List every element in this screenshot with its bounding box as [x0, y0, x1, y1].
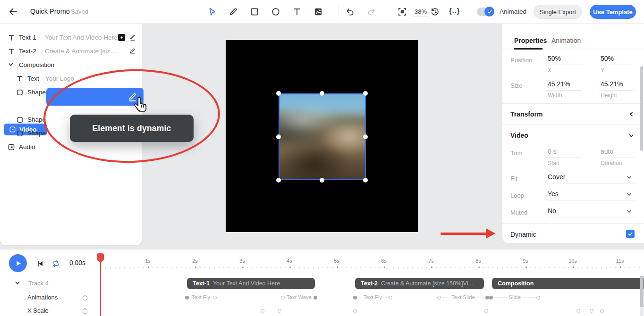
keyframe-dot[interactable]: [485, 296, 489, 299]
x-scale-marker[interactable]: [578, 307, 602, 315]
resize-handle-e[interactable]: [363, 134, 368, 139]
code-icon[interactable]: {..}: [449, 7, 460, 15]
keyframe-dot[interactable]: [213, 296, 217, 299]
resize-handle-sw[interactable]: [276, 178, 281, 183]
position-x-field[interactable]: 50%: [548, 55, 561, 62]
pen-tool-icon[interactable]: [228, 7, 238, 17]
stopwatch-icon[interactable]: [81, 294, 89, 301]
layer-row-audio[interactable]: Audio: [0, 140, 142, 154]
ruler-minor-tick: [615, 267, 616, 268]
playhead-line[interactable]: [100, 254, 101, 316]
ruler-minor-tick: [271, 267, 271, 268]
timeline-bar-text-2[interactable]: Text-2 Create & Automate [size 150%]Vi..…: [355, 278, 484, 289]
skip-to-start-icon[interactable]: [36, 259, 44, 268]
keyframe-dot[interactable]: [536, 296, 540, 299]
history-icon[interactable]: [430, 7, 440, 17]
chevron-down-icon[interactable]: [626, 208, 633, 215]
layer-row-text-2[interactable]: Text-2 Create & Automate [size 150%...: [0, 44, 142, 58]
layer-row-text-1[interactable]: Text-1 Your Text And Video Here: [0, 31, 142, 44]
keyframe-dot[interactable]: [353, 296, 357, 299]
tab-properties[interactable]: Properties: [514, 37, 547, 44]
redo-icon[interactable]: [366, 7, 377, 17]
panel-scrollbar[interactable]: [640, 66, 643, 151]
chevron-down-icon[interactable]: [14, 280, 21, 286]
current-time-field[interactable]: 0.00s: [65, 259, 90, 269]
image-tool-icon[interactable]: [313, 7, 323, 17]
chevron-down-icon[interactable]: [626, 191, 633, 198]
position-y-field[interactable]: 50%: [601, 55, 614, 62]
use-template-button[interactable]: Use Template: [590, 5, 636, 19]
edit-pencil-icon[interactable]: [129, 33, 137, 42]
select-tool-icon[interactable]: [207, 7, 217, 17]
loop-icon[interactable]: [51, 259, 60, 268]
rectangle-tool-icon[interactable]: [249, 7, 260, 17]
selected-video-element[interactable]: [279, 93, 366, 180]
ellipse-tool-icon[interactable]: [271, 7, 281, 17]
keyframe-dot[interactable]: [185, 296, 189, 299]
fit-select[interactable]: Cover: [548, 173, 565, 181]
keyframe-dot[interactable]: [281, 296, 285, 299]
keyframe-dot[interactable]: [278, 309, 281, 313]
layer-row-text[interactable]: Text Your Logo: [0, 72, 142, 85]
trim-duration-field[interactable]: auto: [601, 148, 613, 155]
resize-handle-nw[interactable]: [276, 91, 281, 96]
text-tool-icon[interactable]: [292, 7, 302, 17]
document-title[interactable]: Quick Promo: [30, 8, 70, 15]
zoom-level-field[interactable]: 38%: [413, 8, 429, 17]
playhead-handle[interactable]: [97, 253, 104, 261]
layer-name: Shape: [27, 116, 46, 123]
chevron-left-icon[interactable]: [628, 111, 635, 117]
size-height-field[interactable]: 45.21%: [601, 80, 623, 88]
resize-handle-w[interactable]: [276, 134, 281, 139]
muted-select[interactable]: No: [548, 207, 556, 215]
keyframe-dot[interactable]: [314, 296, 317, 299]
video-section-header[interactable]: Video: [510, 132, 528, 139]
resize-handle-n[interactable]: [320, 91, 324, 96]
keyframe-dot[interactable]: [484, 309, 488, 313]
tab-animation[interactable]: Animation: [551, 37, 581, 44]
timeline-bar-text-1[interactable]: Text-1 Your Text And Video Here: [187, 278, 315, 289]
ruler-minor-tick: [162, 267, 163, 268]
stopwatch-icon[interactable]: [81, 307, 89, 315]
animation-marker[interactable]: Text Fly: [355, 294, 390, 301]
keyframe-dot[interactable]: [261, 309, 264, 313]
loop-select[interactable]: Yes: [548, 190, 559, 198]
animation-marker[interactable]: Text Fly: [187, 294, 215, 301]
animation-marker[interactable]: Slide: [491, 294, 538, 301]
ruler-minor-tick: [592, 267, 593, 268]
animation-marker[interactable]: Text Slide: [439, 294, 487, 301]
edit-pencil-icon[interactable]: [129, 47, 137, 55]
ruler-minor-tick: [389, 267, 390, 268]
timeline-bar-composition[interactable]: Composition: [492, 278, 644, 289]
layer-row-composition[interactable]: Composition: [0, 58, 142, 72]
keyframe-dot[interactable]: [576, 309, 580, 313]
back-icon[interactable]: [8, 7, 18, 17]
trim-start-field[interactable]: 0 s: [548, 148, 557, 155]
x-scale-marker[interactable]: [355, 307, 486, 315]
chevron-down-icon[interactable]: [8, 61, 15, 69]
chevron-down-icon[interactable]: [628, 133, 635, 139]
animation-marker[interactable]: Text Wave: [283, 294, 315, 301]
dynamic-checkbox[interactable]: [626, 230, 635, 238]
x-scale-marker[interactable]: [263, 307, 280, 315]
resize-handle-ne[interactable]: [363, 91, 368, 96]
transform-section-header[interactable]: Transform: [510, 110, 542, 118]
animated-toggle-knob[interactable]: [484, 7, 494, 17]
single-export-button[interactable]: Single Export: [534, 5, 582, 19]
resize-handle-s[interactable]: [320, 178, 324, 183]
keyframe-dot[interactable]: [600, 309, 604, 313]
ruler-second-label: 2s: [192, 258, 198, 264]
track-label[interactable]: Track 4: [28, 280, 49, 287]
keyframe-dot[interactable]: [353, 309, 357, 313]
keyframe-dot[interactable]: [389, 296, 392, 299]
timeline-scrollbar[interactable]: [640, 276, 644, 307]
resize-handle-se[interactable]: [363, 178, 368, 183]
keyframe-dot[interactable]: [489, 296, 493, 299]
play-button[interactable]: [9, 254, 27, 272]
chevron-down-icon[interactable]: [626, 174, 633, 181]
keyframe-dot[interactable]: [437, 296, 441, 299]
undo-icon[interactable]: [345, 7, 355, 17]
fit-screen-icon[interactable]: [397, 7, 407, 17]
size-width-field[interactable]: 45.21%: [548, 80, 570, 88]
keyframe-dot[interactable]: [590, 309, 593, 313]
